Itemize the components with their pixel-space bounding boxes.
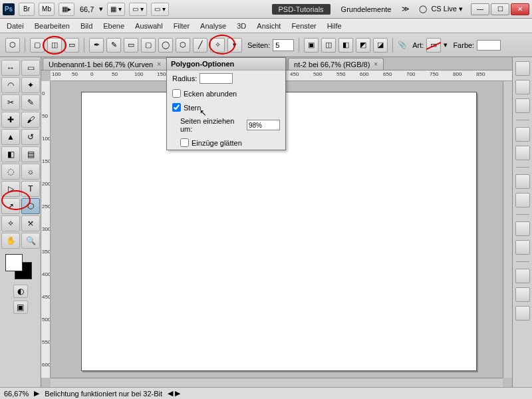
- glaetten-checkbox[interactable]: [180, 138, 189, 147]
- polygon-shape-icon[interactable]: ⬡: [176, 38, 190, 53]
- pen-tool[interactable]: ▷: [1, 181, 20, 197]
- roundrect-shape-icon[interactable]: ▢: [141, 38, 156, 53]
- line-shape-icon[interactable]: ╱: [193, 38, 207, 53]
- zoom-level[interactable]: 66,7: [80, 5, 94, 13]
- screenmode-tool-icon[interactable]: ▣: [13, 301, 28, 314]
- seiten-input[interactable]: [273, 39, 294, 51]
- menu-ansicht[interactable]: Ansicht: [257, 22, 281, 30]
- 3d-camera-tool[interactable]: ⤧: [21, 215, 40, 231]
- path-mode-icon[interactable]: ◫: [47, 38, 62, 53]
- channels-panel-icon[interactable]: [515, 287, 530, 302]
- arrange-doc-button[interactable]: ▭ ▾: [129, 3, 147, 16]
- zoom-dropdown-icon[interactable]: ▾: [99, 5, 103, 13]
- menu-auswahl[interactable]: Auswahl: [135, 22, 163, 30]
- lasso-tool[interactable]: ◠: [1, 77, 20, 93]
- doc-tab-1[interactable]: Unbenannt-1 bei 66,7% (Kurven×: [43, 58, 167, 70]
- gradient-tool[interactable]: ▤: [21, 146, 40, 162]
- heal-tool[interactable]: ✚: [1, 112, 20, 128]
- hand-tool[interactable]: ✋: [1, 233, 20, 249]
- shapelayer-mode-icon[interactable]: ▢: [30, 38, 45, 53]
- workspace-tag-psd[interactable]: PSD-Tutorials: [272, 4, 331, 15]
- tool-preset-icon[interactable]: ⬡: [5, 38, 20, 53]
- swatches-panel-icon[interactable]: [515, 80, 530, 94]
- styles-panel-icon[interactable]: [515, 98, 530, 113]
- path-select-tool[interactable]: ↗: [1, 198, 20, 214]
- quickmask-icon[interactable]: ◐: [13, 285, 28, 298]
- rect-shape-icon[interactable]: ▭: [124, 38, 138, 53]
- marquee-tool[interactable]: ▭: [21, 60, 40, 76]
- status-zoom[interactable]: 66,67%: [4, 390, 29, 398]
- menu-bearbeiten[interactable]: Bearbeiten: [35, 22, 70, 30]
- radius-input[interactable]: [200, 73, 233, 84]
- history-panel-icon[interactable]: [515, 174, 530, 189]
- style-none-icon[interactable]: ▭: [426, 38, 441, 53]
- path-intersect-icon[interactable]: ◩: [356, 38, 370, 53]
- zoom-tool[interactable]: 🔍: [21, 233, 40, 249]
- blur-tool[interactable]: ◌: [1, 164, 20, 180]
- menu-hilfe[interactable]: Hilfe: [327, 22, 342, 30]
- layers-panel-icon[interactable]: [515, 269, 530, 283]
- dodge-tool[interactable]: ☼: [21, 164, 40, 180]
- masks-panel-icon[interactable]: [515, 146, 530, 160]
- close-button[interactable]: ✕: [511, 3, 529, 15]
- menu-ebene[interactable]: Ebene: [103, 22, 124, 30]
- brush-tool[interactable]: 🖌: [21, 112, 40, 128]
- history-brush-tool[interactable]: ↺: [21, 129, 40, 145]
- ecken-checkbox[interactable]: [172, 89, 181, 98]
- shape-tool[interactable]: ⬡: [21, 198, 40, 214]
- cslive-button[interactable]: CS Live ▾: [431, 5, 463, 13]
- eraser-tool[interactable]: ◧: [1, 146, 20, 162]
- style-dropdown-icon[interactable]: ▾: [444, 41, 448, 49]
- menu-filter[interactable]: Filter: [174, 22, 190, 30]
- move-tool[interactable]: ↔: [1, 60, 20, 76]
- menu-fenster[interactable]: Fenster: [291, 22, 316, 30]
- scrollbar-horizontal[interactable]: [51, 378, 503, 387]
- adjustments-panel-icon[interactable]: [515, 127, 530, 142]
- path-add-icon[interactable]: ◫: [321, 38, 336, 53]
- crop-tool[interactable]: ✂: [1, 94, 20, 110]
- ellipse-shape-icon[interactable]: ◯: [158, 38, 173, 53]
- paragraph-panel-icon[interactable]: [515, 240, 530, 255]
- farbe-swatch[interactable]: [477, 40, 501, 51]
- fill-mode-icon[interactable]: ▭: [65, 38, 79, 53]
- cursor-icon: ↖: [200, 108, 207, 118]
- arrange-grid-button[interactable]: ▦ ▾: [107, 3, 125, 16]
- film-button[interactable]: ▦▸: [59, 3, 74, 16]
- path-exclude-icon[interactable]: ◪: [373, 38, 388, 53]
- bridge-button[interactable]: Br: [19, 3, 35, 16]
- pen-icon[interactable]: ✒: [89, 38, 104, 53]
- close-tab-icon[interactable]: ×: [374, 61, 378, 68]
- maximize-button[interactable]: ☐: [491, 3, 509, 15]
- minibridge-button[interactable]: Mb: [39, 3, 55, 16]
- close-tab-icon[interactable]: ×: [157, 61, 161, 68]
- stamp-tool[interactable]: ▲: [1, 129, 20, 145]
- workspace-tag-grund[interactable]: Grundelemente: [334, 4, 398, 15]
- menu-analyse[interactable]: Analyse: [200, 22, 226, 30]
- stern-checkbox[interactable]: [172, 103, 181, 112]
- link-icon[interactable]: 📎: [398, 41, 407, 49]
- fg-color-swatch[interactable]: [5, 254, 23, 271]
- path-subtract-icon[interactable]: ◧: [338, 38, 353, 53]
- type-tool[interactable]: T: [21, 181, 40, 197]
- custom-shape-icon[interactable]: ✧: [210, 38, 225, 53]
- more-workspaces-icon[interactable]: ≫: [402, 5, 410, 13]
- color-panel-icon[interactable]: [515, 61, 530, 76]
- shape-options-dropdown[interactable]: ▾: [227, 38, 242, 53]
- freeform-pen-icon[interactable]: ✎: [106, 38, 121, 53]
- eyedropper-tool[interactable]: ✎: [21, 94, 40, 110]
- actions-panel-icon[interactable]: [515, 193, 530, 207]
- menu-bild[interactable]: Bild: [80, 22, 92, 30]
- menu-datei[interactable]: Datei: [7, 22, 24, 30]
- doc-tab-2[interactable]: nt-2 bei 66,7% (RGB/8)×: [288, 58, 384, 70]
- menu-3d[interactable]: 3D: [237, 22, 246, 30]
- paths-panel-icon[interactable]: [515, 306, 530, 321]
- screenmode-button[interactable]: ▭ ▾: [151, 3, 169, 16]
- wand-tool[interactable]: ✦: [21, 77, 40, 93]
- einziehen-input[interactable]: [247, 120, 280, 130]
- 3d-tool[interactable]: ✧: [1, 215, 20, 231]
- scrollbar-vertical[interactable]: [503, 81, 512, 378]
- color-picker[interactable]: [5, 254, 35, 281]
- path-combine-icon[interactable]: ▣: [304, 38, 319, 53]
- character-panel-icon[interactable]: [515, 221, 530, 236]
- minimize-button[interactable]: —: [471, 3, 489, 15]
